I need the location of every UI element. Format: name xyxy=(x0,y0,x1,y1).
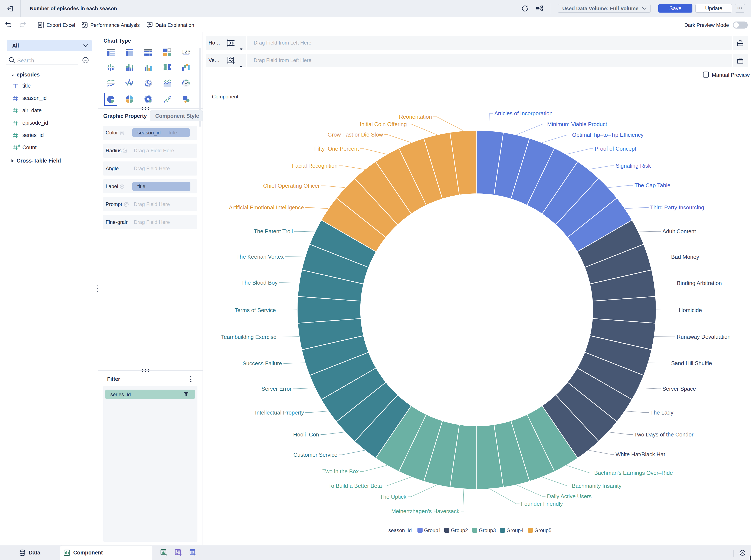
svg-text:White Hat/Black Hat: White Hat/Black Hat xyxy=(615,451,665,458)
svg-text:season_id: season_id xyxy=(388,527,412,533)
svg-text:Sand Hill Shuffle: Sand Hill Shuffle xyxy=(671,360,712,366)
svg-text:Homicide: Homicide xyxy=(679,307,702,313)
svg-text:Two in the Box: Two in the Box xyxy=(322,468,359,475)
svg-text:Initial Coin Offering: Initial Coin Offering xyxy=(360,121,407,127)
svg-text:The Patent Troll: The Patent Troll xyxy=(254,228,293,235)
svg-text:Server Error: Server Error xyxy=(261,385,291,392)
svg-text:Daily Active Users: Daily Active Users xyxy=(547,493,592,500)
svg-text:Bachmanity Insanity: Bachmanity Insanity xyxy=(572,483,622,489)
svg-text:Chief Operating Officer: Chief Operating Officer xyxy=(263,183,320,189)
svg-text:Facial Recognition: Facial Recognition xyxy=(292,162,338,169)
svg-text:Group2: Group2 xyxy=(451,527,468,533)
svg-text:Optimal Tip–to–Tip Efficiency: Optimal Tip–to–Tip Efficiency xyxy=(572,132,644,138)
svg-text:Group4: Group4 xyxy=(507,527,524,533)
svg-text:Customer Service: Customer Service xyxy=(293,452,338,458)
svg-text:Articles of Incorporation: Articles of Incorporation xyxy=(494,110,552,117)
svg-text:The Cap Table: The Cap Table xyxy=(634,182,670,188)
svg-text:Artificial Emotional Intellige: Artificial Emotional Intelligence xyxy=(229,204,304,211)
svg-text:Reorientation: Reorientation xyxy=(399,114,432,120)
svg-text:Fifty–One Percent: Fifty–One Percent xyxy=(314,145,359,152)
svg-text:Server Space: Server Space xyxy=(663,385,696,392)
svg-text:Bachman's Earnings Over–Ride: Bachman's Earnings Over–Ride xyxy=(594,470,673,476)
svg-text:Group1: Group1 xyxy=(424,527,441,533)
svg-text:Grow Fast or Die Slow: Grow Fast or Die Slow xyxy=(328,132,383,138)
svg-text:Meinertzhagen's Haversack: Meinertzhagen's Haversack xyxy=(391,508,460,515)
svg-text:To Build a Better Beta: To Build a Better Beta xyxy=(328,483,382,489)
svg-text:Bad Money: Bad Money xyxy=(671,254,699,260)
svg-text:Minimum Viable Product: Minimum Viable Product xyxy=(547,121,607,127)
svg-text:Intellectual Property: Intellectual Property xyxy=(255,409,304,416)
svg-text:Group3: Group3 xyxy=(479,527,496,533)
svg-text:Signaling Risk: Signaling Risk xyxy=(616,162,651,169)
svg-text:Adult Content: Adult Content xyxy=(663,228,696,235)
svg-text:Group5: Group5 xyxy=(534,527,551,533)
svg-text:Proof of Concept: Proof of Concept xyxy=(595,145,636,152)
svg-text:The Uptick: The Uptick xyxy=(380,494,407,500)
svg-text:Terms of Service: Terms of Service xyxy=(235,307,276,313)
svg-text:Binding Arbitration: Binding Arbitration xyxy=(677,280,722,286)
svg-text:The Lady: The Lady xyxy=(650,409,673,416)
svg-text:Two Days of the Condor: Two Days of the Condor xyxy=(634,431,693,438)
svg-text:Teambuilding Exercise: Teambuilding Exercise xyxy=(221,334,277,340)
svg-text:The Blood Boy: The Blood Boy xyxy=(241,279,278,286)
svg-text:The Keenan Vortex: The Keenan Vortex xyxy=(236,254,284,260)
svg-text:Third Party Insourcing: Third Party Insourcing xyxy=(650,204,704,211)
svg-text:Success Failure: Success Failure xyxy=(243,360,282,366)
svg-text:Founder Friendly: Founder Friendly xyxy=(521,501,563,507)
svg-text:Runaway Devaluation: Runaway Devaluation xyxy=(677,334,731,340)
svg-text:Hooli–Con: Hooli–Con xyxy=(293,431,319,438)
